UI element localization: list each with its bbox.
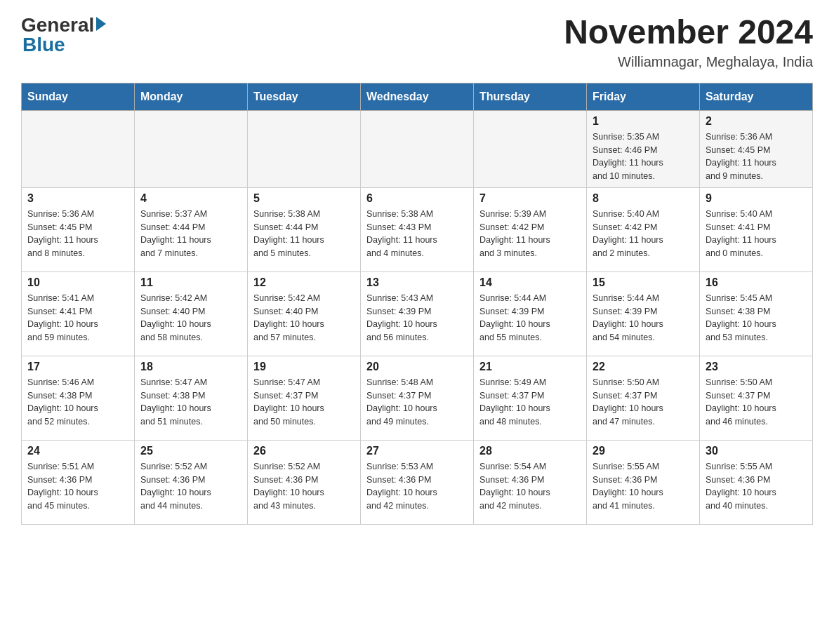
day-number: 28 xyxy=(479,445,581,457)
calendar-cell: 28Sunrise: 5:54 AMSunset: 4:36 PMDayligh… xyxy=(474,440,587,524)
title-block: November 2024 Williamnagar, Meghalaya, I… xyxy=(564,14,813,70)
day-info: Sunrise: 5:55 AMSunset: 4:36 PMDaylight:… xyxy=(706,460,807,513)
day-info: Sunrise: 5:52 AMSunset: 4:36 PMDaylight:… xyxy=(140,460,241,513)
calendar-cell: 2Sunrise: 5:36 AMSunset: 4:45 PMDaylight… xyxy=(700,110,813,187)
calendar-cell: 20Sunrise: 5:48 AMSunset: 4:37 PMDayligh… xyxy=(361,356,474,440)
calendar-cell: 15Sunrise: 5:44 AMSunset: 4:39 PMDayligh… xyxy=(587,271,700,356)
calendar-cell xyxy=(474,110,587,187)
day-number: 9 xyxy=(706,192,807,205)
calendar-week-row: 1Sunrise: 5:35 AMSunset: 4:46 PMDaylight… xyxy=(22,110,813,187)
day-number: 12 xyxy=(253,276,355,289)
day-info: Sunrise: 5:42 AMSunset: 4:40 PMDaylight:… xyxy=(140,292,241,344)
calendar-cell xyxy=(22,110,135,187)
calendar-table: Sunday Monday Tuesday Wednesday Thursday… xyxy=(21,83,813,525)
day-number: 23 xyxy=(706,361,807,373)
day-number: 15 xyxy=(593,276,694,289)
day-info: Sunrise: 5:55 AMSunset: 4:36 PMDaylight:… xyxy=(593,460,694,513)
logo-blue-text: Blue xyxy=(22,34,65,56)
day-info: Sunrise: 5:42 AMSunset: 4:40 PMDaylight:… xyxy=(253,292,355,344)
day-info: Sunrise: 5:37 AMSunset: 4:44 PMDaylight:… xyxy=(140,208,241,260)
calendar-header-row: Sunday Monday Tuesday Wednesday Thursday… xyxy=(22,83,813,110)
day-info: Sunrise: 5:43 AMSunset: 4:39 PMDaylight:… xyxy=(366,292,468,344)
calendar-cell: 3Sunrise: 5:36 AMSunset: 4:45 PMDaylight… xyxy=(22,187,135,271)
calendar-cell: 4Sunrise: 5:37 AMSunset: 4:44 PMDaylight… xyxy=(135,187,248,271)
calendar-week-row: 3Sunrise: 5:36 AMSunset: 4:45 PMDaylight… xyxy=(22,187,813,271)
calendar-cell: 18Sunrise: 5:47 AMSunset: 4:38 PMDayligh… xyxy=(135,356,248,440)
calendar-cell: 23Sunrise: 5:50 AMSunset: 4:37 PMDayligh… xyxy=(700,356,813,440)
calendar-cell: 8Sunrise: 5:40 AMSunset: 4:42 PMDaylight… xyxy=(587,187,700,271)
day-info: Sunrise: 5:53 AMSunset: 4:36 PMDaylight:… xyxy=(366,460,468,513)
calendar-cell xyxy=(135,110,248,187)
day-info: Sunrise: 5:46 AMSunset: 4:38 PMDaylight:… xyxy=(27,376,128,429)
day-info: Sunrise: 5:52 AMSunset: 4:36 PMDaylight:… xyxy=(253,460,355,513)
day-number: 20 xyxy=(366,361,468,373)
day-info: Sunrise: 5:47 AMSunset: 4:37 PMDaylight:… xyxy=(253,376,355,429)
calendar-cell: 6Sunrise: 5:38 AMSunset: 4:43 PMDaylight… xyxy=(361,187,474,271)
logo-arrow-icon xyxy=(96,17,106,31)
calendar-cell: 24Sunrise: 5:51 AMSunset: 4:36 PMDayligh… xyxy=(22,440,135,524)
calendar-cell: 1Sunrise: 5:35 AMSunset: 4:46 PMDaylight… xyxy=(587,110,700,187)
day-number: 5 xyxy=(253,192,355,205)
day-number: 19 xyxy=(253,361,355,373)
day-info: Sunrise: 5:38 AMSunset: 4:44 PMDaylight:… xyxy=(253,208,355,260)
day-number: 10 xyxy=(27,276,128,289)
day-number: 27 xyxy=(366,445,468,457)
calendar-cell: 25Sunrise: 5:52 AMSunset: 4:36 PMDayligh… xyxy=(135,440,248,524)
day-number: 3 xyxy=(27,192,128,205)
calendar-week-row: 17Sunrise: 5:46 AMSunset: 4:38 PMDayligh… xyxy=(22,356,813,440)
day-number: 11 xyxy=(140,276,241,289)
day-info: Sunrise: 5:40 AMSunset: 4:41 PMDaylight:… xyxy=(706,208,807,260)
day-info: Sunrise: 5:40 AMSunset: 4:42 PMDaylight:… xyxy=(593,208,694,260)
col-monday: Monday xyxy=(135,83,248,110)
col-saturday: Saturday xyxy=(700,83,813,110)
calendar-cell: 5Sunrise: 5:38 AMSunset: 4:44 PMDaylight… xyxy=(248,187,361,271)
day-number: 26 xyxy=(253,445,355,457)
col-sunday: Sunday xyxy=(22,83,135,110)
day-info: Sunrise: 5:44 AMSunset: 4:39 PMDaylight:… xyxy=(593,292,694,344)
day-info: Sunrise: 5:35 AMSunset: 4:46 PMDaylight:… xyxy=(593,130,694,183)
calendar-cell: 26Sunrise: 5:52 AMSunset: 4:36 PMDayligh… xyxy=(248,440,361,524)
calendar-cell: 19Sunrise: 5:47 AMSunset: 4:37 PMDayligh… xyxy=(248,356,361,440)
calendar-cell: 14Sunrise: 5:44 AMSunset: 4:39 PMDayligh… xyxy=(474,271,587,356)
calendar-cell: 22Sunrise: 5:50 AMSunset: 4:37 PMDayligh… xyxy=(587,356,700,440)
page-header: General Blue November 2024 Williamnagar,… xyxy=(21,14,813,70)
day-number: 4 xyxy=(140,192,241,205)
calendar-cell: 16Sunrise: 5:45 AMSunset: 4:38 PMDayligh… xyxy=(700,271,813,356)
day-info: Sunrise: 5:50 AMSunset: 4:37 PMDaylight:… xyxy=(706,376,807,429)
day-info: Sunrise: 5:36 AMSunset: 4:45 PMDaylight:… xyxy=(706,130,807,183)
day-number: 24 xyxy=(27,445,128,457)
calendar-cell xyxy=(248,110,361,187)
day-number: 17 xyxy=(27,361,128,373)
day-number: 22 xyxy=(593,361,694,373)
col-tuesday: Tuesday xyxy=(248,83,361,110)
calendar-week-row: 24Sunrise: 5:51 AMSunset: 4:36 PMDayligh… xyxy=(22,440,813,524)
calendar-week-row: 10Sunrise: 5:41 AMSunset: 4:41 PMDayligh… xyxy=(22,271,813,356)
day-info: Sunrise: 5:39 AMSunset: 4:42 PMDaylight:… xyxy=(479,208,581,260)
logo: General Blue xyxy=(21,14,106,56)
calendar-cell: 7Sunrise: 5:39 AMSunset: 4:42 PMDaylight… xyxy=(474,187,587,271)
day-number: 2 xyxy=(706,115,807,128)
col-friday: Friday xyxy=(587,83,700,110)
calendar-cell: 29Sunrise: 5:55 AMSunset: 4:36 PMDayligh… xyxy=(587,440,700,524)
day-number: 8 xyxy=(593,192,694,205)
day-info: Sunrise: 5:50 AMSunset: 4:37 PMDaylight:… xyxy=(593,376,694,429)
day-number: 14 xyxy=(479,276,581,289)
calendar-cell: 13Sunrise: 5:43 AMSunset: 4:39 PMDayligh… xyxy=(361,271,474,356)
day-number: 25 xyxy=(140,445,241,457)
day-number: 30 xyxy=(706,445,807,457)
day-info: Sunrise: 5:44 AMSunset: 4:39 PMDaylight:… xyxy=(479,292,581,344)
day-info: Sunrise: 5:45 AMSunset: 4:38 PMDaylight:… xyxy=(706,292,807,344)
calendar-cell xyxy=(361,110,474,187)
day-info: Sunrise: 5:51 AMSunset: 4:36 PMDaylight:… xyxy=(27,460,128,513)
calendar-cell: 21Sunrise: 5:49 AMSunset: 4:37 PMDayligh… xyxy=(474,356,587,440)
day-info: Sunrise: 5:47 AMSunset: 4:38 PMDaylight:… xyxy=(140,376,241,429)
day-number: 6 xyxy=(366,192,468,205)
calendar-cell: 17Sunrise: 5:46 AMSunset: 4:38 PMDayligh… xyxy=(22,356,135,440)
day-info: Sunrise: 5:49 AMSunset: 4:37 PMDaylight:… xyxy=(479,376,581,429)
day-number: 13 xyxy=(366,276,468,289)
calendar-cell: 27Sunrise: 5:53 AMSunset: 4:36 PMDayligh… xyxy=(361,440,474,524)
calendar-cell: 30Sunrise: 5:55 AMSunset: 4:36 PMDayligh… xyxy=(700,440,813,524)
day-info: Sunrise: 5:48 AMSunset: 4:37 PMDaylight:… xyxy=(366,376,468,429)
day-number: 1 xyxy=(593,115,694,128)
day-info: Sunrise: 5:41 AMSunset: 4:41 PMDaylight:… xyxy=(27,292,128,344)
